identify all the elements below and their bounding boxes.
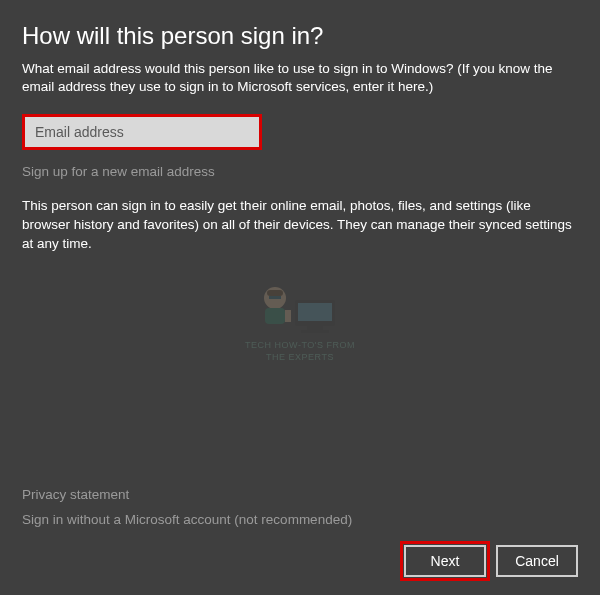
cancel-button[interactable]: Cancel: [496, 545, 578, 577]
signup-link[interactable]: Sign up for a new email address: [22, 164, 578, 179]
no-ms-account-link[interactable]: Sign in without a Microsoft account (not…: [22, 512, 578, 527]
next-button[interactable]: Next: [404, 545, 486, 577]
svg-rect-6: [298, 303, 332, 321]
email-highlight-box: [22, 114, 262, 150]
page-title: How will this person sign in?: [22, 22, 578, 50]
watermark-text-1: TECH HOW-TO'S FROM: [245, 340, 355, 350]
svg-point-0: [264, 287, 286, 309]
svg-rect-3: [265, 308, 285, 324]
svg-rect-1: [267, 290, 283, 296]
watermark-text-2: THE EXPERTS: [245, 352, 355, 362]
page-subtitle: What email address would this person lik…: [22, 60, 578, 96]
svg-rect-7: [307, 326, 323, 330]
info-text: This person can sign in to easily get th…: [22, 197, 578, 254]
bottom-area: Privacy statement Sign in without a Micr…: [22, 487, 578, 577]
button-row: Next Cancel: [22, 545, 578, 577]
privacy-link[interactable]: Privacy statement: [22, 487, 578, 502]
email-input[interactable]: [25, 117, 259, 147]
watermark-mascot-icon: [245, 280, 355, 338]
watermark: TECH HOW-TO'S FROM THE EXPERTS: [245, 280, 355, 362]
svg-rect-4: [285, 310, 291, 322]
svg-rect-2: [269, 296, 281, 299]
svg-rect-5: [295, 300, 335, 326]
svg-rect-8: [301, 330, 329, 333]
